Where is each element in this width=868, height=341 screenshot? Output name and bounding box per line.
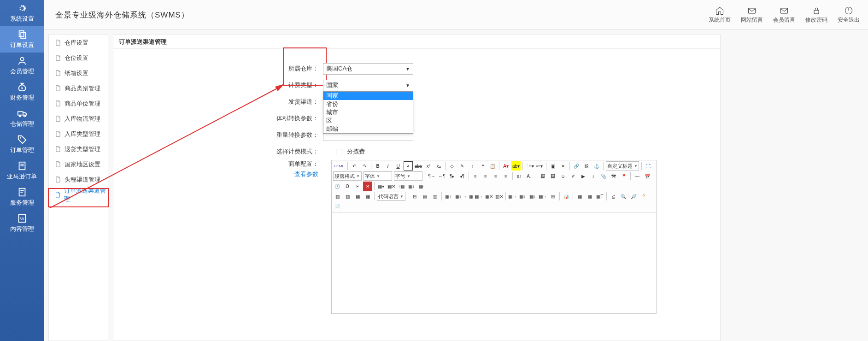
option-country[interactable]: 国家 xyxy=(323,92,413,100)
tb-video-icon[interactable]: ▶ xyxy=(579,171,588,181)
sidemenu-category[interactable]: 商品类别管理 xyxy=(49,81,108,96)
tb-attach-icon[interactable]: 📎 xyxy=(599,171,608,181)
tb-backcolor-icon[interactable]: ab▾ xyxy=(511,161,521,170)
tb-ul-icon[interactable]: •≡▾ xyxy=(535,161,544,170)
tb-quote-icon[interactable]: ❝ xyxy=(478,161,487,170)
tb-align-center-icon[interactable]: ≡ xyxy=(481,171,490,181)
tb-eraser-icon[interactable]: ◇ xyxy=(447,161,457,170)
vnav-order-settings[interactable]: 订单设置 xyxy=(0,26,44,53)
tb-insert-row-icon[interactable]: ▦↓ xyxy=(407,182,416,191)
action-site-msg[interactable]: 网站留言 xyxy=(741,6,763,24)
tb-insert-col-after-icon[interactable]: ▦→ xyxy=(474,192,483,201)
sidemenu-carton-settings[interactable]: 纸箱设置 xyxy=(49,65,108,81)
vnav-member[interactable]: 会员管理 xyxy=(0,53,44,79)
tb-ltr-icon[interactable]: ¶▸ xyxy=(447,171,457,181)
tb-help-icon[interactable]: ? xyxy=(639,192,648,201)
tb-align-right-icon[interactable]: ≡ xyxy=(491,171,500,181)
tb-gmap-icon[interactable]: 📍 xyxy=(619,171,628,181)
tb-time-icon[interactable]: 🕐 xyxy=(333,182,342,191)
tb-split-all-icon[interactable]: ⊞ xyxy=(548,192,557,201)
editor-textarea[interactable] xyxy=(331,212,657,314)
tb-del-col-icon[interactable]: ▥ xyxy=(343,192,352,201)
tb-format-brush-icon[interactable]: ✎ xyxy=(457,161,467,170)
tb-image-icon[interactable]: 🖼 xyxy=(538,171,547,181)
tb-paragraph-select[interactable]: 段落格式▼ xyxy=(333,171,362,181)
sidemenu-slot-settings[interactable]: 仓位设置 xyxy=(49,50,108,65)
action-change-pwd[interactable]: 修改密码 xyxy=(805,6,827,24)
sidemenu-unit[interactable]: 商品单位管理 xyxy=(49,96,108,111)
sidemenu-inbound-type[interactable]: 入库类型管理 xyxy=(49,126,108,141)
tb-html[interactable]: HTML xyxy=(333,161,346,170)
tb-size-select[interactable]: 字号▼ xyxy=(394,171,422,181)
option-city[interactable]: 城市 xyxy=(323,108,413,117)
tb-merge-cell-icon[interactable]: ▦ xyxy=(353,192,362,201)
tb-date-icon[interactable]: 📅 xyxy=(643,171,652,181)
vnav-amazon[interactable]: 亚马逊订单 xyxy=(0,158,44,184)
tb-hr-icon[interactable]: — xyxy=(633,171,642,181)
tb-superscript-icon[interactable]: x² xyxy=(424,161,433,170)
tb-strike-icon[interactable]: abc xyxy=(414,161,423,170)
tb-insert-para-before-icon[interactable]: ↑▦ xyxy=(397,182,406,191)
tb-paste-icon[interactable]: 📋 xyxy=(488,161,497,170)
tb-template-icon[interactable]: ▤ xyxy=(420,192,429,201)
tb-autotype-icon[interactable]: ↕ xyxy=(468,161,477,170)
tb-redo-icon[interactable]: ↷ xyxy=(360,161,369,170)
sidemenu-delivery-channel[interactable]: 订单派送渠道管理 xyxy=(49,187,108,202)
tb-snapscreen-icon[interactable]: ✂ xyxy=(353,182,362,191)
tb-edit-td-icon[interactable]: ▦ xyxy=(585,192,594,201)
tb-delete-row2-icon[interactable]: ▦✕ xyxy=(484,192,493,201)
tb-italic-icon[interactable]: I xyxy=(383,161,393,170)
tb-font-select[interactable]: 字体▼ xyxy=(364,171,392,181)
tb-touppercase-icon[interactable]: a↑ xyxy=(515,171,524,181)
vnav-warehouse[interactable]: 仓储管理 xyxy=(0,105,44,131)
option-postal[interactable]: 邮编 xyxy=(323,125,413,133)
tb-outdent-icon[interactable]: ←¶ xyxy=(437,171,446,181)
sidemenu-warehouse-settings[interactable]: 仓库设置 xyxy=(49,35,108,50)
link-view-params[interactable]: 查看参数 xyxy=(294,170,318,178)
action-home[interactable]: 系统首页 xyxy=(709,6,731,24)
tb-insert-col-before-icon[interactable]: ←▦ xyxy=(464,192,473,201)
tb-bold-icon[interactable]: B xyxy=(373,161,382,170)
tb-split-cell-icon[interactable]: ▦ xyxy=(363,192,372,201)
tb-indent-icon[interactable]: ¶→ xyxy=(427,171,436,181)
action-logout[interactable]: 安全退出 xyxy=(838,6,860,24)
tb-background-icon[interactable]: ▨ xyxy=(430,192,440,201)
tb-delete-col2-icon[interactable]: ▥✕ xyxy=(494,192,504,201)
tb-ol-icon[interactable]: ⋮≡▾ xyxy=(525,161,534,170)
sidemenu-return-type[interactable]: 退货类型管理 xyxy=(49,141,108,157)
tb-preview-icon[interactable]: 🔍 xyxy=(619,192,628,201)
tb-anchor-icon[interactable]: ⚓ xyxy=(592,161,601,170)
checkbox-sorting-fee[interactable] xyxy=(336,149,342,155)
sidemenu-inbound-logistics[interactable]: 入库物流管理 xyxy=(49,111,108,126)
tb-split-rows-icon[interactable]: ▦↕ xyxy=(528,192,537,201)
tb-code-lang-select[interactable]: 代码语言▼ xyxy=(377,192,405,201)
tb-align-left-icon[interactable]: ≡ xyxy=(471,171,480,181)
select-warehouse[interactable]: 美国CA仓 ▼ xyxy=(323,63,413,75)
tb-emoji-icon[interactable]: ☺ xyxy=(558,171,568,181)
tb-insert-row-before-icon[interactable]: ▦↑ xyxy=(444,192,453,201)
vnav-content[interactable]: W 内容管理 xyxy=(0,210,44,236)
tb-del-row-icon[interactable]: ▦- xyxy=(417,182,426,191)
tb-fontborder-icon[interactable]: A xyxy=(404,161,413,170)
tb-clear-icon[interactable]: ✕ xyxy=(558,161,568,170)
tb-unlink-icon[interactable]: ⛓ xyxy=(582,161,591,170)
tb-print-icon[interactable]: 🖨 xyxy=(609,192,618,201)
action-member-msg[interactable]: 会员留言 xyxy=(773,6,795,24)
tb-map-icon[interactable]: 🗺 xyxy=(609,171,618,181)
tb-wordimage-icon[interactable]: ✕ xyxy=(363,182,372,191)
tb-underline-icon[interactable]: U xyxy=(393,161,403,170)
tb-del-table-icon[interactable]: ▦✕ xyxy=(387,182,396,191)
tb-scrawl-icon[interactable]: ✐ xyxy=(569,171,578,181)
sidemenu-first-leg-channel[interactable]: 头程渠道管理 xyxy=(49,172,108,187)
tb-custom-title-select[interactable]: 自定义标题▼ xyxy=(606,161,639,170)
tb-selectall-icon[interactable]: ▣ xyxy=(548,161,557,170)
vnav-service[interactable]: 服务管理 xyxy=(0,184,44,210)
tb-table-title-icon[interactable]: ▦T xyxy=(595,192,604,201)
tb-special-icon[interactable]: Ω xyxy=(343,182,352,191)
tb-find-icon[interactable]: 🔎 xyxy=(629,192,638,201)
tb-rtl-icon[interactable]: ◂¶ xyxy=(457,171,467,181)
tb-split-cols-icon[interactable]: ▦↔ xyxy=(538,192,547,201)
select-billing-type[interactable]: 国家 ▼ xyxy=(323,80,413,91)
tb-draft-icon[interactable]: 📄 xyxy=(333,202,342,211)
tb-insert-row-after-icon[interactable]: ▦↓ xyxy=(454,192,463,201)
